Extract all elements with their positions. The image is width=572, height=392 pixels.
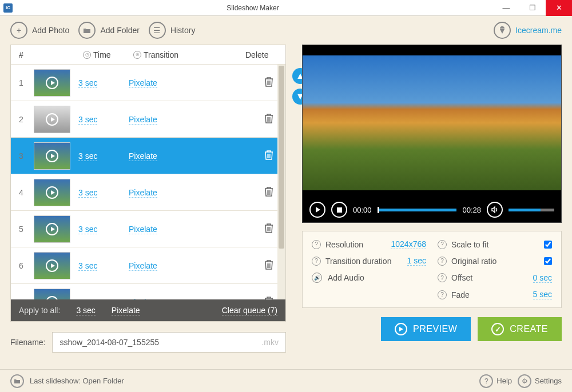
- preview-button[interactable]: PREVIEW: [381, 317, 471, 341]
- delete-button[interactable]: [264, 296, 273, 299]
- delete-button[interactable]: [264, 150, 273, 162]
- slides-table: # ◷Time ⊘Transition Delete 13 secPixelat…: [10, 45, 286, 322]
- table-scrollbar[interactable]: [277, 65, 285, 299]
- row-time-link[interactable]: 3 sec: [78, 151, 97, 161]
- play-icon: [46, 259, 58, 272]
- volume-button[interactable]: [487, 202, 503, 218]
- time-total: 00:28: [462, 206, 481, 214]
- play-button[interactable]: [309, 202, 325, 218]
- row-num: 5: [11, 225, 34, 234]
- stop-button[interactable]: [331, 202, 347, 218]
- row-num: 1: [11, 78, 34, 87]
- help-icon[interactable]: ?: [438, 273, 447, 282]
- delete-button[interactable]: [264, 186, 273, 198]
- folder-icon[interactable]: [10, 374, 24, 388]
- play-icon: [46, 150, 58, 162]
- volume-slider[interactable]: [509, 209, 554, 211]
- history-button[interactable]: ☰ History: [149, 22, 196, 39]
- help-icon[interactable]: ?: [312, 240, 321, 249]
- help-icon[interactable]: ?: [438, 257, 447, 266]
- status-bar: Last slideshow: Open Folder ?Help ⚙Setti…: [0, 369, 572, 392]
- delete-button[interactable]: [264, 77, 273, 89]
- create-button[interactable]: CREATE: [478, 317, 562, 341]
- play-icon: [46, 113, 58, 126]
- clear-queue-button[interactable]: Clear queue (7): [222, 306, 277, 315]
- last-slideshow-link[interactable]: Last slideshow: Open Folder: [30, 377, 124, 385]
- add-photo-button[interactable]: + Add Photo: [10, 22, 69, 39]
- row-time-link[interactable]: 3 sec: [78, 261, 97, 271]
- filename-input[interactable]: [59, 338, 261, 347]
- header-time: Time: [93, 50, 111, 59]
- row-num: 7: [11, 298, 34, 300]
- table-row[interactable]: 43 secPixelate: [11, 174, 285, 211]
- clock-icon: ◷: [83, 51, 91, 59]
- transdur-value[interactable]: 1 sec: [407, 256, 426, 266]
- close-button[interactable]: ✕: [546, 0, 572, 16]
- row-num: 4: [11, 188, 34, 197]
- delete-button[interactable]: [264, 223, 273, 235]
- table-row[interactable]: 63 secPixelate: [11, 247, 285, 284]
- resolution-value[interactable]: 1024x768: [391, 239, 426, 249]
- slide-thumb[interactable]: [34, 179, 70, 206]
- table-row[interactable]: 13 secPixelate: [11, 65, 285, 101]
- apply-all-time[interactable]: 3 sec: [76, 306, 95, 315]
- row-transition-link[interactable]: Pixelate: [129, 261, 157, 271]
- slide-thumb[interactable]: [34, 252, 70, 279]
- filename-ext: .mkv: [261, 338, 279, 347]
- add-audio-link[interactable]: Add Audio: [328, 273, 364, 282]
- row-time-link[interactable]: 3 sec: [78, 115, 97, 125]
- row-transition-link[interactable]: Pixelate: [129, 78, 157, 88]
- create-button-label: CREATE: [510, 324, 548, 334]
- offset-value[interactable]: 0 sec: [533, 273, 552, 283]
- slide-thumb[interactable]: [34, 289, 70, 300]
- history-label: History: [170, 26, 196, 35]
- toolbar: + Add Photo Add Folder ☰ History Icecrea…: [0, 16, 572, 45]
- slide-thumb[interactable]: [34, 69, 70, 97]
- preview-button-label: PREVIEW: [413, 324, 457, 334]
- row-time-link[interactable]: 3 sec: [78, 225, 97, 234]
- row-transition-link[interactable]: Pixelate: [129, 115, 157, 125]
- scale-label: Scale to fit: [451, 240, 539, 249]
- maximize-button[interactable]: ☐: [519, 0, 546, 16]
- row-transition-link[interactable]: Pixelate: [129, 298, 157, 300]
- add-photo-label: Add Photo: [32, 26, 69, 35]
- table-header: # ◷Time ⊘Transition Delete: [11, 45, 285, 65]
- help-icon[interactable]: ?: [438, 240, 447, 249]
- slide-thumb[interactable]: [34, 106, 70, 133]
- filename-field[interactable]: .mkv: [52, 332, 286, 353]
- ratio-checkbox[interactable]: [544, 257, 552, 265]
- row-num: 2: [11, 115, 34, 124]
- table-row[interactable]: 23 secPixelate: [11, 101, 285, 138]
- fade-value[interactable]: 5 sec: [533, 290, 552, 299]
- row-transition-link[interactable]: Pixelate: [129, 188, 157, 198]
- add-folder-button[interactable]: Add Folder: [78, 22, 139, 39]
- apply-all-transition[interactable]: Pixelate: [112, 306, 140, 315]
- seek-bar[interactable]: [378, 209, 457, 211]
- slide-thumb[interactable]: [34, 215, 70, 243]
- brand-link[interactable]: Icecream.me: [494, 22, 562, 39]
- table-row[interactable]: 53 secPixelate: [11, 211, 285, 247]
- help-icon: ?: [479, 374, 493, 388]
- play-icon: [46, 296, 58, 300]
- help-icon[interactable]: ?: [312, 257, 321, 266]
- window-title: Slideshow Maker: [13, 4, 493, 12]
- row-time-link[interactable]: 3 sec: [78, 188, 97, 198]
- table-row[interactable]: 73 secPixelate: [11, 284, 285, 299]
- slide-thumb[interactable]: [34, 142, 70, 170]
- delete-button[interactable]: [264, 259, 273, 271]
- row-num: 6: [11, 261, 34, 270]
- row-transition-link[interactable]: Pixelate: [129, 225, 157, 234]
- row-time-link[interactable]: 3 sec: [78, 298, 97, 300]
- scale-checkbox[interactable]: [544, 241, 552, 249]
- delete-button[interactable]: [264, 113, 273, 125]
- play-icon: [46, 186, 58, 199]
- table-row[interactable]: 33 secPixelate: [11, 138, 285, 174]
- settings-button[interactable]: ⚙Settings: [518, 374, 562, 388]
- titlebar: IC Slideshow Maker — ☐ ✕: [0, 0, 572, 16]
- row-transition-link[interactable]: Pixelate: [129, 151, 157, 161]
- help-button[interactable]: ?Help: [479, 374, 512, 388]
- minimize-button[interactable]: —: [493, 0, 519, 16]
- plus-icon: +: [10, 22, 27, 39]
- row-time-link[interactable]: 3 sec: [78, 78, 97, 88]
- help-icon[interactable]: ?: [438, 290, 447, 299]
